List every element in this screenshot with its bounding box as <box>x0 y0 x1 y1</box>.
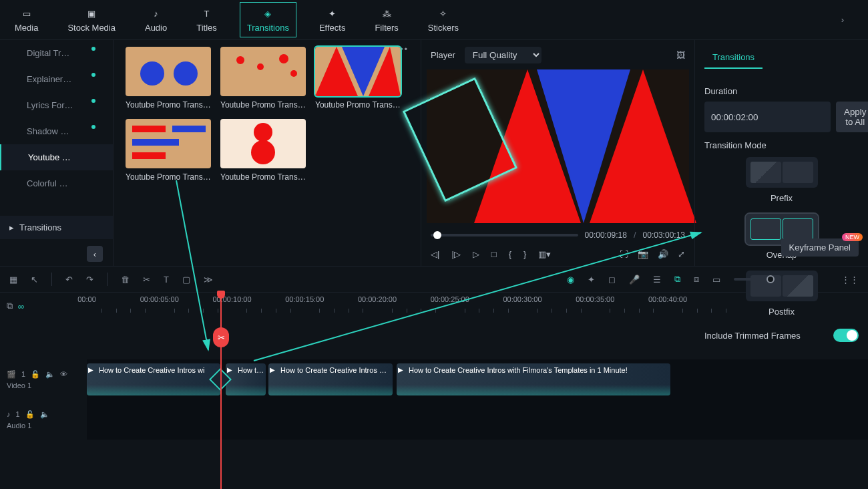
list-icon[interactable]: ☰ <box>653 275 661 285</box>
audio-track-icon: ♪ <box>7 410 11 418</box>
category-sidebar: Digital Tr… Explainer… Lyrics For… Shado… <box>0 40 114 266</box>
player-timebar: 00:00:09:18 / 00:03:00:13 <box>421 223 694 247</box>
thumb-0[interactable]: Youtube Promo Transi… <box>126 47 211 110</box>
delete-icon[interactable]: 🗑 <box>121 275 130 285</box>
more-tools-icon[interactable]: ≫ <box>204 275 213 285</box>
play-icon[interactable]: ▷ <box>473 249 479 259</box>
duration-input[interactable] <box>704 102 831 132</box>
svg-point-4 <box>279 54 288 63</box>
ruler-head: ⧉ ∞ <box>0 293 87 319</box>
mode-prefix[interactable]: Prefix <box>704 157 859 203</box>
snapshot-icon[interactable]: 🖼 <box>676 50 685 60</box>
cut-icon[interactable]: ✂ <box>143 275 150 285</box>
crop-icon[interactable]: ▢ <box>182 275 190 285</box>
svg-rect-12 <box>132 152 166 159</box>
video-track-row: 🎬1🔓🔈👁 Video 1 ▶How to Create Creative In… <box>0 359 868 399</box>
text-icon[interactable]: T <box>164 275 169 285</box>
magnet-icon[interactable]: ⧉ <box>674 274 680 285</box>
quality-select[interactable]: Full Quality <box>465 47 541 63</box>
svg-point-3 <box>257 63 264 70</box>
display-icon[interactable]: ⛶ <box>620 249 628 259</box>
cat-shadow[interactable]: Shadow … <box>0 118 113 144</box>
camera-icon[interactable]: 📷 <box>638 249 648 259</box>
tab-stock-media[interactable]: ▣Stock Media <box>61 3 122 37</box>
layout-icon[interactable]: ▦ <box>9 275 17 285</box>
fullscreen-icon[interactable]: ⤢ <box>678 249 685 259</box>
stock-icon: ▣ <box>85 7 98 20</box>
timeline-ruler[interactable]: 00:0000:00:05:0000:00:10:0000:00:15:0000… <box>87 293 868 319</box>
titles-icon: T <box>200 7 214 20</box>
mark-in-icon[interactable]: { <box>509 249 511 259</box>
apply-all-button[interactable]: Apply to All <box>836 102 868 132</box>
ai-icon[interactable]: ◉ <box>567 275 574 285</box>
playhead[interactable]: ✂ <box>220 293 222 489</box>
lock-icon[interactable]: 🔓 <box>25 410 35 419</box>
svg-point-14 <box>251 140 275 164</box>
tab-stickers[interactable]: ✧Stickers <box>421 3 465 37</box>
filters-icon: ⁂ <box>380 7 393 20</box>
tab-titles[interactable]: TTitles <box>190 3 224 37</box>
thumb-2[interactable]: Youtube Promo Transi… <box>315 47 401 110</box>
svg-rect-10 <box>172 126 206 132</box>
sidebar-collapse-button[interactable]: ‹ <box>87 246 103 262</box>
chevron-right-icon: ▸ <box>9 222 14 232</box>
current-time: 00:00:09:18 <box>585 230 627 240</box>
player-controls: ◁| |▷ ▷ □ { } ▥▾ ⛶ 📷 🔊 ⤢ <box>421 247 694 266</box>
tab-filters[interactable]: ⁂Filters <box>368 3 405 37</box>
player-header: Player Full Quality 🖼 <box>421 40 694 69</box>
cat-explainer[interactable]: Explainer… <box>0 66 113 92</box>
player-seek[interactable] <box>431 234 578 236</box>
svg-rect-9 <box>132 126 166 132</box>
tab-transitions[interactable]: ◈Transitions <box>240 2 296 37</box>
thumb-1[interactable]: Youtube Promo Transi… <box>220 47 306 110</box>
audio-track-head: ♪1🔓🔈 Audio 1 <box>0 399 87 440</box>
video-track-head: 🎬1🔓🔈👁 Video 1 <box>0 359 87 399</box>
tab-effects[interactable]: ✦Effects <box>312 3 353 37</box>
eye-icon[interactable]: 👁 <box>60 370 67 378</box>
new-badge: NEW <box>842 233 863 241</box>
mute-icon[interactable]: 🔈 <box>45 370 55 379</box>
select-icon[interactable]: ↖ <box>31 275 38 285</box>
cat-digital[interactable]: Digital Tr… <box>0 40 113 66</box>
video-clip-area[interactable]: ▶How to Create Creative Intros wi▶How t…… <box>87 359 868 399</box>
stickers-icon: ✧ <box>437 7 450 20</box>
media-icon: ▭ <box>20 7 33 20</box>
copy-icon[interactable]: ⧉ <box>7 301 13 311</box>
mark-out-icon[interactable]: } <box>523 249 526 259</box>
redo-icon[interactable]: ↷ <box>86 275 93 285</box>
linkicon[interactable]: ∞ <box>18 301 24 311</box>
link-clips-icon[interactable]: ⧈ <box>694 274 699 285</box>
tab-audio[interactable]: ♪Audio <box>138 3 174 37</box>
thumb-3[interactable]: Youtube Promo Transi… <box>126 119 211 182</box>
tab-media[interactable]: ▭Media <box>8 3 45 37</box>
marker-icon[interactable]: ◻ <box>608 275 616 285</box>
svg-rect-11 <box>132 139 179 146</box>
thumb-4[interactable]: Youtube Promo Transi… <box>220 119 306 182</box>
mic-icon[interactable]: 🎤 <box>629 275 640 285</box>
ratio-icon[interactable]: ▥▾ <box>538 249 551 259</box>
prev-frame-icon[interactable]: ◁| <box>431 249 439 259</box>
svg-point-1 <box>174 61 198 86</box>
undo-icon[interactable]: ↶ <box>65 275 73 285</box>
svg-point-13 <box>254 123 272 142</box>
next-frame-icon[interactable]: |▷ <box>451 249 460 259</box>
prop-tab-transitions[interactable]: Transitions <box>704 47 763 69</box>
preview-viewport[interactable] <box>427 69 689 223</box>
svg-point-2 <box>236 56 244 64</box>
volume-icon[interactable]: 🔊 <box>658 249 668 259</box>
sparkle-icon[interactable]: ✦ <box>588 275 595 285</box>
keyframe-panel-button[interactable]: Keyframe Panel NEW <box>781 238 859 257</box>
audio-clip-area[interactable] <box>87 399 868 440</box>
sidebar-transitions-row[interactable]: ▸Transitions <box>0 216 113 239</box>
total-time: 00:03:00:13 <box>643 230 685 240</box>
lock-icon[interactable]: 🔓 <box>31 370 40 379</box>
audio-track-label: Audio 1 <box>7 422 80 430</box>
cat-youtube[interactable]: Youtube … <box>0 144 113 170</box>
stop-icon[interactable]: □ <box>491 249 497 259</box>
scissors-icon[interactable]: ✂ <box>213 327 229 347</box>
mute-icon[interactable]: 🔈 <box>40 410 49 419</box>
nav-more-icon[interactable]: › <box>841 15 844 25</box>
cat-lyrics[interactable]: Lyrics For… <box>0 92 113 118</box>
zoom-slider[interactable] <box>734 278 781 281</box>
cat-colorful[interactable]: Colorful … <box>0 170 113 196</box>
